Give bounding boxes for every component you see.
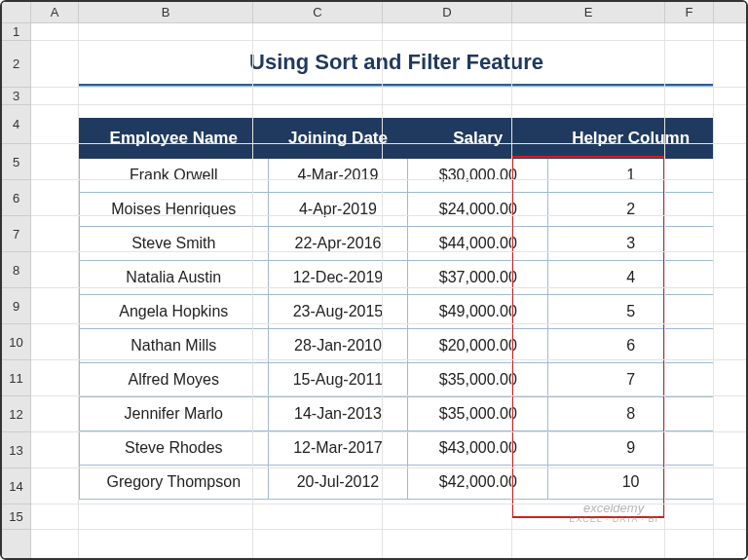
cell-name[interactable]: Jennifer Marlo [80,397,269,431]
cell-join[interactable]: 14-Jan-2013 [268,397,408,431]
cell-name[interactable]: Natalia Austin [80,261,269,295]
row-header-12[interactable]: 12 [2,396,30,432]
cell-salary[interactable]: $37,000.00 [408,261,548,295]
table-row: Steve Smith22-Apr-2016$44,000.003 [80,227,714,261]
table-row: Natalia Austin12-Dec-2019$37,000.004 [80,261,714,295]
cell-helper[interactable]: 7 [548,363,714,397]
cell-salary[interactable]: $44,000.00 [408,227,548,261]
cell-name[interactable]: Steve Smith [80,227,269,261]
cell-join[interactable]: 15-Aug-2011 [268,363,408,397]
cell-name[interactable]: Alfred Moyes [80,363,269,397]
select-all-corner[interactable] [2,2,31,22]
col-header-salary[interactable]: Salary [408,119,548,159]
cell-helper[interactable]: 9 [548,431,714,466]
table-row: Steve Rhodes12-Mar-2017$43,000.009 [80,431,714,466]
row-header-11[interactable]: 11 [2,360,30,396]
spreadsheet: ABCDEF 123456789101112131415 Using Sort … [2,2,746,558]
row-header-15[interactable]: 15 [2,504,30,530]
row-header-8[interactable]: 8 [2,252,30,288]
cell-salary[interactable]: $43,000.00 [408,431,548,466]
cell-area[interactable]: Using Sort and Filter Feature Employee N… [31,23,746,558]
row-header-3[interactable]: 3 [2,88,30,105]
cell-helper[interactable]: 3 [548,227,714,261]
cell-helper[interactable]: 2 [548,193,714,227]
row-header-9[interactable]: 9 [2,288,30,324]
watermark-sub: EXCEL · DATA · BI [569,515,658,525]
cell-join[interactable]: 12-Dec-2019 [268,261,408,295]
table-row: Alfred Moyes15-Aug-2011$35,000.007 [80,363,714,397]
cell-join[interactable]: 28-Jan-2010 [268,329,408,363]
data-table-wrap: Employee Name Joining Date Salary Helper… [79,118,714,500]
column-headers: ABCDEF [2,2,746,23]
row-header-13[interactable]: 13 [2,432,30,468]
col-header-join[interactable]: Joining Date [268,119,408,159]
col-header-helper[interactable]: Helper Column [548,119,714,159]
cell-name[interactable]: Frank Orwell [80,159,269,193]
row-headers: 123456789101112131415 [2,23,31,558]
table-row: Moises Henriques4-Apr-2019$24,000.002 [80,193,714,227]
cell-name[interactable]: Gregory Thompson [80,466,269,500]
cell-name[interactable]: Moises Henriques [80,193,269,227]
row-header-14[interactable]: 14 [2,468,30,504]
col-header-A[interactable]: A [31,2,79,22]
table-header-row: Employee Name Joining Date Salary Helper… [80,119,714,159]
cell-salary[interactable]: $24,000.00 [408,193,548,227]
cell-helper[interactable]: 10 [548,466,714,500]
table-row: Frank Orwell4-Mar-2019$30,000.001 [80,159,714,193]
col-header-E[interactable]: E [512,2,665,22]
cell-name[interactable]: Steve Rhodes [80,431,269,466]
row-header-4[interactable]: 4 [2,105,30,144]
row-header-1[interactable]: 1 [2,23,30,41]
cell-helper[interactable]: 6 [548,329,714,363]
cell-helper[interactable]: 1 [548,159,714,193]
cell-join[interactable]: 20-Jul-2012 [268,466,408,500]
cell-helper[interactable]: 8 [548,397,714,431]
cell-join[interactable]: 4-Apr-2019 [268,193,408,227]
row-header-7[interactable]: 7 [2,216,30,252]
col-header-name[interactable]: Employee Name [80,119,269,159]
cell-name[interactable]: Nathan Mills [80,329,269,363]
row-header-5[interactable]: 5 [2,144,30,180]
cell-salary[interactable]: $35,000.00 [408,397,548,431]
page-title: Using Sort and Filter Feature [249,50,543,75]
cell-helper[interactable]: 4 [548,261,714,295]
cell-salary[interactable]: $35,000.00 [408,363,548,397]
row-header-6[interactable]: 6 [2,180,30,216]
cell-salary[interactable]: $20,000.00 [408,329,548,363]
col-header-F[interactable]: F [665,2,714,22]
cell-join[interactable]: 22-Apr-2016 [268,227,408,261]
table-row: Gregory Thompson20-Jul-2012$42,000.0010 [80,466,714,500]
cell-join[interactable]: 12-Mar-2017 [268,431,408,466]
row-header-2[interactable]: 2 [2,41,30,88]
table-row: Nathan Mills28-Jan-2010$20,000.006 [80,329,714,363]
watermark: exceldemy EXCEL · DATA · BI [569,502,658,525]
table-body: Frank Orwell4-Mar-2019$30,000.001Moises … [80,159,714,500]
col-header-C[interactable]: C [253,2,383,22]
col-header-B[interactable]: B [79,2,253,22]
title-cell[interactable]: Using Sort and Filter Feature [79,41,714,84]
cell-salary[interactable]: $42,000.00 [408,466,548,500]
col-header-D[interactable]: D [383,2,512,22]
cell-join[interactable]: 4-Mar-2019 [268,159,408,193]
table-row: Jennifer Marlo14-Jan-2013$35,000.008 [80,397,714,431]
row-header-10[interactable]: 10 [2,324,30,360]
data-table: Employee Name Joining Date Salary Helper… [79,118,714,500]
cell-salary[interactable]: $30,000.00 [408,159,548,193]
